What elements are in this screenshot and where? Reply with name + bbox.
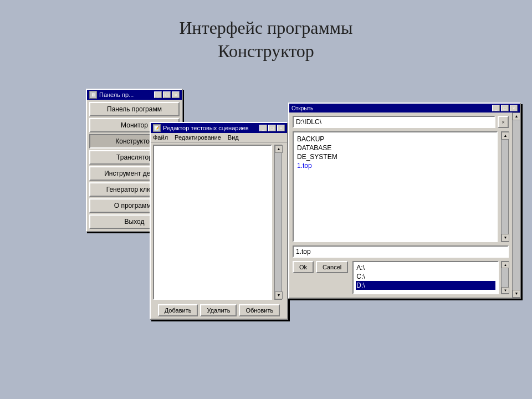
menu-file[interactable]: Файл: [153, 134, 168, 141]
dialog-bottom-row: Ok Cancel A:\ C:\ D:\ ▲ ▼: [293, 261, 509, 294]
scroll-down-arrow[interactable]: ▼: [275, 291, 283, 299]
panel-title: Панель пр...: [99, 91, 134, 98]
editor-body: ▲ ▼: [151, 142, 287, 302]
drives-scroll-down[interactable]: ▼: [502, 287, 509, 294]
editor-maximize-button[interactable]: □: [268, 125, 276, 131]
file-scrollbar-track: [502, 140, 508, 234]
editor-footer: Добавить Удалить Обновить: [151, 302, 287, 319]
file-item-backup[interactable]: BACKUP: [296, 135, 494, 144]
editor-close-button[interactable]: ×: [277, 125, 285, 131]
panel-titlebar[interactable]: 🖥 Панель пр... _ □ ×: [87, 90, 182, 100]
file-item-1top[interactable]: 1.top: [296, 161, 494, 170]
scrollbar-track: [275, 153, 282, 291]
btn-cancel[interactable]: Cancel: [316, 261, 348, 273]
drives-scroll-up[interactable]: ▲: [502, 262, 509, 268]
editor-titlebar[interactable]: 📝 Редактор тестовых сценариев _ □ ×: [151, 123, 287, 133]
dialog-scroll-down[interactable]: ▼: [513, 290, 520, 298]
file-item-de-system[interactable]: DE_SYSTEM: [296, 152, 494, 161]
drive-d[interactable]: D:\: [356, 281, 495, 290]
dialog-right-scrollbar[interactable]: ▲ ▼: [512, 112, 520, 298]
dialog-filename-row: [293, 245, 509, 258]
editor-window: 📝 Редактор тестовых сценариев _ □ × Файл…: [150, 122, 288, 320]
drives-area: A:\ C:\ D:\ ▲ ▼: [352, 261, 509, 294]
menu-view[interactable]: Вид: [228, 134, 239, 141]
panel-win-controls[interactable]: _ □ ×: [154, 91, 180, 98]
file-scroll-down[interactable]: ▼: [502, 234, 509, 242]
editor-scrollbar[interactable]: ▲ ▼: [274, 145, 282, 300]
btn-refresh[interactable]: Обновить: [239, 304, 280, 316]
dialog-filename-input[interactable]: [293, 245, 509, 258]
dialog-close-button[interactable]: ×: [510, 105, 518, 111]
dialog-scrollbar-track: [513, 120, 520, 290]
editor-window-icon: 📝: [153, 124, 161, 132]
dialog-body: × BACKUP DATABASE DE_SYSTEM 1.top ▲ ▼: [289, 112, 512, 298]
dialog-minimize-button[interactable]: _: [492, 105, 500, 111]
maximize-button[interactable]: □: [163, 91, 171, 98]
drives-scrollbar-track: [502, 268, 508, 287]
dialog-maximize-button[interactable]: □: [501, 105, 509, 111]
btn-panel-programs[interactable]: Панель программ: [89, 102, 180, 116]
editor-minimize-button[interactable]: _: [259, 125, 267, 131]
file-list-scrollbar[interactable]: ▲ ▼: [501, 131, 509, 242]
drives-scrollbar[interactable]: ▲ ▼: [501, 261, 509, 294]
file-dialog-window: Открыть _ □ × × BACKUP DATABASE: [288, 103, 521, 299]
file-scroll-up[interactable]: ▲: [502, 132, 509, 140]
editor-menubar: Файл Редактирование Вид: [151, 133, 287, 142]
dialog-titlebar[interactable]: Открыть _ □ ×: [289, 104, 520, 112]
scroll-up-arrow[interactable]: ▲: [275, 145, 283, 153]
dialog-action-buttons: Ok Cancel: [293, 261, 348, 273]
editor-textarea[interactable]: [153, 145, 272, 300]
menu-edit[interactable]: Редактирование: [175, 134, 221, 141]
close-button[interactable]: ×: [172, 91, 180, 98]
dialog-scroll-up[interactable]: ▲: [513, 112, 520, 120]
dialog-win-controls[interactable]: _ □ ×: [492, 105, 518, 111]
drive-c[interactable]: C:\: [356, 272, 495, 281]
btn-delete[interactable]: Удалить: [200, 304, 237, 316]
file-item-database[interactable]: DATABASE: [296, 144, 494, 152]
dialog-file-list[interactable]: BACKUP DATABASE DE_SYSTEM 1.top: [293, 131, 498, 242]
panel-window-icon: 🖥: [89, 91, 97, 99]
drive-a[interactable]: A:\: [356, 263, 495, 272]
editor-win-controls[interactable]: _ □ ×: [259, 125, 285, 131]
minimize-button[interactable]: _: [154, 91, 162, 98]
btn-ok[interactable]: Ok: [293, 261, 314, 273]
btn-add[interactable]: Добавить: [158, 304, 198, 316]
drives-list[interactable]: A:\ C:\ D:\: [352, 261, 499, 294]
page-title: Интерфейс программы Конструктор: [0, 0, 532, 63]
dialog-file-area: BACKUP DATABASE DE_SYSTEM 1.top ▲ ▼: [293, 131, 509, 242]
dialog-path-input[interactable]: [293, 116, 495, 128]
dialog-title: Открыть: [291, 105, 313, 111]
editor-title: Редактор тестовых сценариев: [163, 125, 249, 131]
dialog-path-close-btn[interactable]: ×: [498, 116, 509, 128]
dialog-path-row: ×: [293, 116, 509, 128]
